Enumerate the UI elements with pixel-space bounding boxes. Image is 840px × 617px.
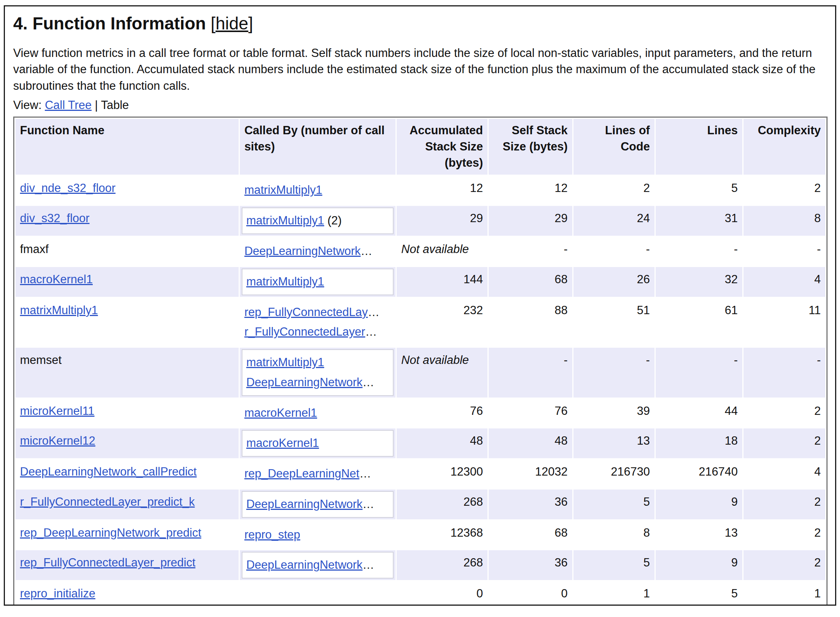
function-name-cell: rep_DeepLearningNetwork_predict (15, 520, 239, 549)
called-by-suffix: … (365, 325, 377, 338)
called-by-listbox[interactable]: matrixMultiply1 (242, 269, 394, 295)
accumulated-stack-cell: 232 (397, 298, 487, 347)
self-stack-cell: 88 (489, 298, 572, 347)
table-row: DeepLearningNetwork_callPredictrep_DeepL… (15, 459, 825, 488)
called-by-link[interactable]: macroKernel1 (244, 406, 317, 419)
function-link[interactable]: div_s32_floor (20, 212, 89, 225)
called-by-link[interactable]: DeepLearningNetwork (246, 497, 362, 511)
called-by-link[interactable]: DeepLearningNetwork (246, 376, 362, 389)
called-by-link[interactable]: repro_step (244, 528, 300, 541)
function-link[interactable]: div_nde_s32_floor (20, 181, 115, 195)
called-by-link[interactable]: matrixMultiply1 (246, 214, 324, 227)
called-by-link[interactable]: macroKernel1 (246, 436, 319, 450)
accumulated-stack-cell: 12368 (397, 520, 487, 549)
table-row: microKernel12macroKernel1484813182 (15, 428, 825, 458)
function-name-text: memset (20, 353, 61, 367)
called-by-cell (240, 581, 395, 606)
complexity-cell: 2 (743, 428, 825, 458)
lines-of-code-cell: 13 (573, 428, 655, 458)
called-by-entry: DeepLearningNetwork… (244, 241, 391, 261)
hide-control: [hide] (211, 14, 253, 33)
complexity-cell: - (743, 348, 825, 398)
called-by-link[interactable]: matrixMultiply1 (246, 356, 324, 369)
function-link[interactable]: rep_DeepLearningNetwork_predict (20, 526, 201, 539)
function-link[interactable]: repro_initialize (20, 587, 95, 600)
lines-of-code-cell: 39 (573, 399, 655, 428)
called-by-listbox[interactable]: matrixMultiply1DeepLearningNetwork… (242, 349, 394, 396)
called-by-suffix: … (359, 467, 371, 480)
view-call-tree-link[interactable]: Call Tree (45, 98, 92, 112)
called-by-listbox[interactable]: matrixMultiply1 (2) (242, 207, 394, 234)
table-row: repro_initialize00151 (15, 581, 825, 606)
function-link[interactable]: microKernel11 (20, 404, 95, 417)
complexity-cell: 4 (743, 267, 825, 297)
table-row: rep_FullyConnectedLayer_predictDeepLearn… (15, 550, 825, 580)
called-by-suffix: … (363, 497, 374, 511)
col-header-accumulated-stack: Accumulated Stack Size (bytes) (397, 119, 487, 175)
function-name-cell: microKernel12 (15, 428, 239, 458)
called-by-link[interactable]: rep_DeepLearningNet (244, 467, 359, 480)
called-by-list: rep_FullyConnectedLay…r_FullyConnectedLa… (242, 299, 394, 345)
self-stack-cell: 12032 (489, 459, 572, 488)
table-row: fmaxfDeepLearningNetwork…Not available--… (15, 237, 825, 266)
lines-cell: 44 (656, 399, 742, 428)
lines-cell: - (656, 237, 742, 266)
called-by-entry: DeepLearningNetwork… (246, 555, 389, 575)
lines-cell: - (656, 348, 742, 398)
hide-bracket-open: [ (211, 14, 216, 33)
called-by-listbox[interactable]: DeepLearningNetwork… (242, 552, 394, 579)
section-title-text: 4. Function Information (13, 14, 206, 33)
called-by-link[interactable]: DeepLearningNetwork (246, 558, 362, 571)
called-by-link[interactable]: r_FullyConnectedLayer (244, 325, 365, 338)
called-by-suffix: (2) (324, 214, 342, 227)
self-stack-cell: 29 (489, 206, 572, 236)
called-by-cell: repro_step (240, 520, 395, 549)
accumulated-stack-cell: 144 (397, 267, 487, 297)
called-by-entry: DeepLearningNetwork… (246, 373, 389, 393)
accumulated-stack-cell: 12300 (397, 459, 487, 488)
accumulated-stack-cell: 268 (397, 550, 487, 580)
section-description: View function metrics in a call tree for… (13, 45, 824, 94)
hide-link[interactable]: hide (216, 14, 248, 33)
lines-of-code-cell: 2 (573, 176, 655, 205)
called-by-suffix: … (361, 244, 372, 258)
called-by-listbox[interactable]: macroKernel1 (242, 430, 394, 457)
function-link[interactable]: r_FullyConnectedLayer_predict_k (20, 495, 195, 508)
called-by-link[interactable]: matrixMultiply1 (244, 183, 322, 196)
called-by-listbox[interactable]: DeepLearningNetwork… (242, 491, 394, 518)
function-link[interactable]: matrixMultiply1 (20, 304, 98, 317)
function-link[interactable]: DeepLearningNetwork_callPredict (20, 465, 197, 478)
called-by-link[interactable]: DeepLearningNetwork (244, 244, 360, 258)
function-link[interactable]: rep_FullyConnectedLayer_predict (20, 556, 195, 569)
called-by-entry: macroKernel1 (244, 403, 391, 423)
called-by-cell: matrixMultiply1 (240, 176, 395, 205)
accumulated-stack-cell: 0 (397, 581, 487, 606)
complexity-cell: 2 (743, 399, 825, 428)
lines-cell: 9 (656, 490, 742, 519)
self-stack-cell: 48 (489, 428, 572, 458)
col-header-complexity: Complexity (743, 119, 825, 175)
called-by-suffix: … (363, 376, 374, 389)
table-header-row: Function Name Called By (number of call … (15, 119, 825, 175)
self-stack-cell: - (489, 237, 572, 266)
lines-of-code-cell: 24 (573, 206, 655, 236)
self-stack-cell: 36 (489, 550, 572, 580)
lines-of-code-cell: - (573, 348, 655, 398)
called-by-link[interactable]: matrixMultiply1 (246, 275, 324, 288)
self-stack-cell: 68 (489, 520, 572, 549)
lines-of-code-cell: 8 (573, 520, 655, 549)
self-stack-cell: 12 (489, 176, 572, 205)
function-link[interactable]: microKernel12 (20, 434, 95, 447)
lines-cell: 13 (656, 520, 742, 549)
table-row: div_nde_s32_floormatrixMultiply11212252 (15, 176, 825, 205)
view-label: View: (13, 98, 41, 112)
called-by-link[interactable]: rep_FullyConnectedLay (244, 305, 368, 319)
self-stack-cell: 68 (489, 267, 572, 297)
col-header-called-by: Called By (number of call sites) (240, 119, 395, 175)
self-stack-cell: 0 (489, 581, 572, 606)
function-link[interactable]: macroKernel1 (20, 273, 93, 286)
table-row: r_FullyConnectedLayer_predict_kDeepLearn… (15, 490, 825, 519)
accumulated-stack-cell: Not available (397, 348, 487, 398)
called-by-entry: rep_FullyConnectedLay… (244, 302, 391, 322)
complexity-cell: 2 (743, 520, 825, 549)
